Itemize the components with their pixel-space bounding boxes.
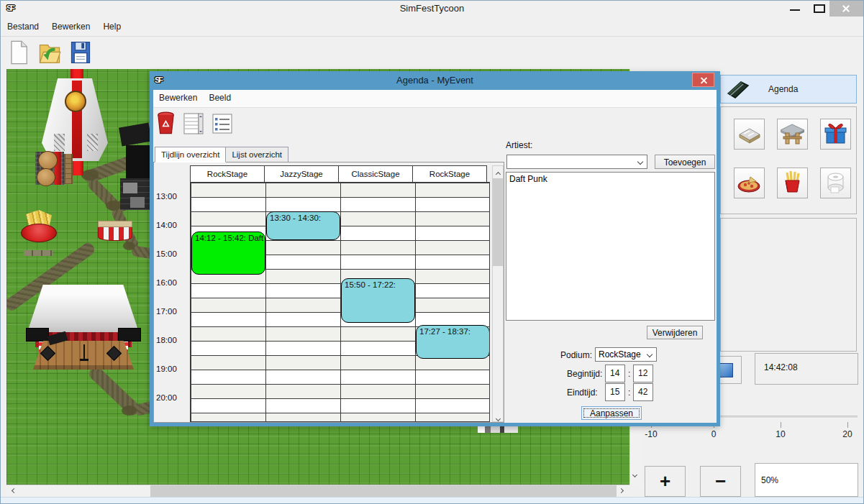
gate-icon [778, 119, 807, 149]
item-fries-button[interactable] [777, 168, 808, 198]
fries-stand[interactable] [21, 224, 57, 242]
begin-minute-field[interactable]: 12 [633, 365, 653, 382]
tab-tijdlijn-overzicht[interactable]: Tijdlijn overzicht [155, 147, 226, 162]
dialog-menu-item-bewerken[interactable]: Bewerken [153, 90, 203, 103]
save-file-icon [70, 40, 91, 65]
save-file-button[interactable] [70, 40, 91, 68]
stage-speaker [26, 328, 49, 342]
stage-speaker [118, 328, 141, 342]
zoom-in-button[interactable]: + [645, 466, 686, 497]
title-bar: SF SimFestTycoon [1, 1, 863, 17]
game-clock: 14:42:08 [755, 353, 858, 385]
begin-hour-field[interactable]: 14 [605, 365, 625, 382]
bench[interactable] [64, 154, 73, 184]
stage-column-header-0: RockStage [190, 165, 265, 183]
timeline-grid[interactable]: 14:12 - 15:42: Daft Punk13:30 - 14:30:15… [190, 182, 490, 422]
minimize-icon [790, 9, 800, 11]
artist-list-item[interactable]: Daft Punk [506, 173, 714, 185]
stage-column-header-3: RockStage [412, 165, 487, 183]
view-tabs: Tijdlijn overzichtLijst overzicht [155, 147, 288, 162]
minimize-button[interactable] [785, 1, 805, 17]
path-junction [122, 406, 137, 416]
scroll-left-icon[interactable] [12, 488, 17, 493]
delete-event-button[interactable] [156, 111, 176, 138]
new-file-icon [8, 40, 29, 65]
menu-item-bewerken[interactable]: Bewerken [45, 18, 96, 32]
podium-label: Podium: [560, 350, 592, 360]
selection-panel [720, 218, 857, 352]
stage-roof[interactable] [27, 285, 139, 332]
artist-listbox[interactable]: Daft Punk [506, 172, 715, 321]
slider-label: 0 [711, 429, 717, 439]
item-gift-button[interactable] [820, 119, 851, 150]
list-view-button[interactable] [212, 114, 232, 137]
dialog-close-button[interactable] [692, 73, 714, 87]
zoom-out-button[interactable]: − [700, 466, 741, 497]
item-toilet-paper-button[interactable] [820, 168, 851, 198]
ticket-stand[interactable] [98, 227, 132, 241]
burger [38, 151, 58, 170]
podium-combobox[interactable]: RockStage [595, 347, 657, 362]
schedule-event-1[interactable]: 13:30 - 14:30: [266, 211, 340, 240]
maximize-icon [814, 4, 825, 13]
menu-bar: BestandBewerkenHelp [1, 18, 863, 37]
schedule-event-2[interactable]: 15:50 - 17:22: [341, 278, 415, 322]
new-file-button[interactable] [8, 40, 29, 68]
timeline-scrollbar[interactable] [492, 165, 504, 422]
dialog-title: Agenda - MyEvent [150, 75, 720, 86]
agenda-button[interactable]: Agenda [720, 75, 857, 104]
gift-icon [821, 119, 850, 149]
add-artist-button[interactable]: Toevoegen [655, 155, 715, 169]
tab-lijst-overzicht[interactable]: Lijst overzicht [225, 147, 288, 162]
agenda-book-icon [724, 78, 751, 101]
dialog-title-bar[interactable]: SF Agenda - MyEvent [150, 71, 720, 90]
end-minute-field[interactable]: 42 [633, 383, 653, 401]
stage-column-header-2: ClassicStage [338, 165, 413, 183]
hour-label: 19:00 [156, 365, 177, 373]
hidden-map-object [478, 426, 518, 433]
scrollbar-thumb[interactable] [493, 178, 503, 266]
artist-combobox[interactable] [506, 155, 647, 169]
end-hour-field[interactable]: 15 [605, 383, 625, 401]
remove-artist-button[interactable]: Verwijderen [647, 326, 703, 339]
build-items-panel [720, 106, 857, 214]
chevron-down-icon [647, 352, 652, 357]
play-icon [719, 363, 733, 377]
scroll-down-icon[interactable] [632, 472, 637, 477]
schedule-event-0[interactable]: 14:12 - 15:42: Daft Punk [191, 232, 265, 275]
scroll-up-button[interactable] [493, 166, 503, 177]
tent-leg [54, 134, 65, 151]
schedule-view-button[interactable] [183, 113, 204, 137]
dialog-menu-item-beeld[interactable]: Beeld [203, 90, 237, 103]
zoom-level: 50% [755, 463, 858, 497]
schedule-event-3[interactable]: 17:27 - 18:37: [416, 325, 490, 359]
apply-button[interactable]: Aanpassen [581, 406, 642, 420]
item-gate-button[interactable] [777, 119, 808, 150]
window-title: SimFestTycoon [1, 3, 863, 14]
scrollbar-thumb[interactable] [150, 485, 617, 498]
artist-label: Artiest: [506, 140, 532, 150]
menu-item-help[interactable]: Help [96, 18, 127, 32]
agenda-dialog: SF Agenda - MyEvent BewerkenBeeld Tijdli… [150, 71, 720, 426]
path-junction [81, 170, 99, 180]
open-file-button[interactable] [38, 40, 61, 68]
sound-rig[interactable] [126, 145, 150, 180]
maximize-button[interactable] [809, 1, 829, 17]
schedule-view-icon [183, 113, 204, 134]
hour-label: 18:00 [156, 336, 177, 344]
scroll-right-icon[interactable] [619, 488, 624, 493]
map-horizontal-scrollbar[interactable] [6, 485, 629, 497]
path-junction [106, 201, 121, 211]
close-button[interactable] [829, 1, 863, 17]
scroll-down-button[interactable] [493, 411, 503, 421]
open-file-icon [38, 40, 61, 65]
sound-rig[interactable] [119, 123, 152, 147]
slider-tick [847, 422, 848, 428]
slider-label: -10 [645, 429, 657, 439]
begin-time-label: Begintijd: [567, 369, 602, 379]
menu-item-bestand[interactable]: Bestand [1, 18, 45, 32]
hour-label: 17:00 [156, 307, 177, 316]
item-floor-tile-button[interactable] [734, 119, 765, 150]
stage-column-header-1: JazzyStage [264, 165, 339, 183]
item-pizza-button[interactable] [734, 168, 765, 198]
